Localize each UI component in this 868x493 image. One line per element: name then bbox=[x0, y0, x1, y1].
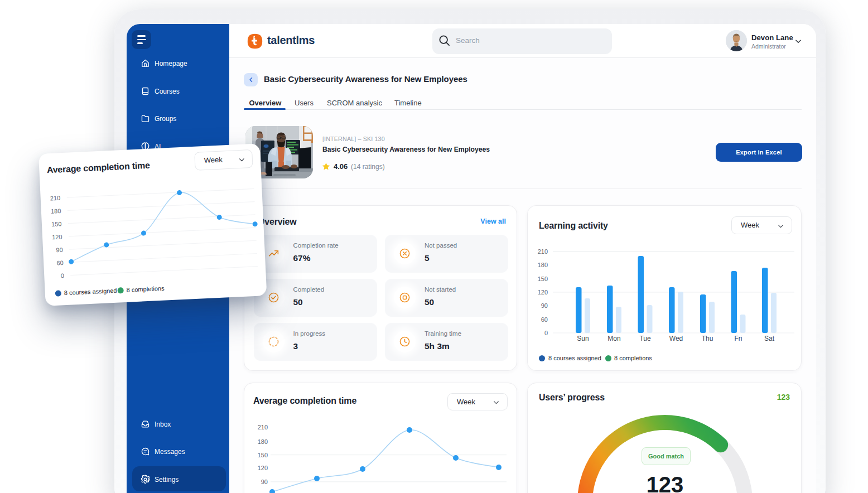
svg-text:210: 210 bbox=[258, 424, 268, 431]
svg-text:Wed: Wed bbox=[669, 335, 683, 342]
svg-text:210: 210 bbox=[50, 195, 61, 202]
svg-text:60: 60 bbox=[541, 316, 548, 323]
svg-text:Thu: Thu bbox=[702, 335, 713, 342]
svg-text:60: 60 bbox=[56, 259, 64, 267]
svg-text:210: 210 bbox=[538, 248, 548, 255]
svg-text:150: 150 bbox=[51, 220, 62, 228]
svg-text:Mon: Mon bbox=[607, 335, 620, 342]
svg-text:Tue: Tue bbox=[639, 335, 651, 342]
svg-text:90: 90 bbox=[261, 478, 268, 485]
svg-text:120: 120 bbox=[52, 233, 62, 240]
svg-text:180: 180 bbox=[51, 207, 61, 215]
svg-text:180: 180 bbox=[258, 438, 268, 445]
svg-text:180: 180 bbox=[538, 262, 548, 268]
svg-text:0: 0 bbox=[60, 272, 64, 279]
svg-text:Sat: Sat bbox=[764, 335, 775, 342]
svg-text:90: 90 bbox=[541, 302, 548, 309]
svg-text:150: 150 bbox=[538, 276, 548, 282]
svg-text:Sun: Sun bbox=[577, 335, 589, 342]
svg-text:90: 90 bbox=[56, 246, 63, 254]
svg-text:0: 0 bbox=[544, 330, 548, 336]
svg-text:Fri: Fri bbox=[735, 335, 742, 342]
svg-text:150: 150 bbox=[258, 452, 268, 458]
svg-text:120: 120 bbox=[538, 289, 548, 296]
svg-text:120: 120 bbox=[258, 465, 268, 471]
